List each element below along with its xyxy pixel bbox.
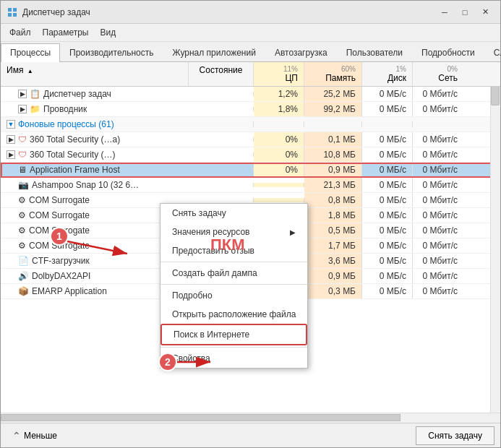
header-disk[interactable]: 1% Диск (362, 62, 413, 86)
close-button[interactable]: ✕ (476, 5, 494, 20)
table-row-application-frame-host[interactable]: 🖥 Application Frame Host 0% 0,9 МБ 0 МБ/… (1, 163, 500, 178)
tab-details[interactable]: Подробности (412, 43, 484, 61)
window-controls: ─ □ ✕ (435, 5, 494, 20)
ctx-search-internet[interactable]: Поиск в Интернете (160, 324, 307, 345)
tab-performance[interactable]: Производительность (60, 43, 163, 61)
h-scroll-track[interactable] (1, 414, 500, 423)
menu-bar: Файл Параметры Вид (1, 24, 500, 42)
tab-app-history[interactable]: Журнал приложений (163, 43, 265, 61)
vertical-scrollbar[interactable] (490, 62, 500, 413)
net-val: 0 Мбит/с (413, 87, 463, 101)
mem-val: 99,2 МБ (304, 102, 362, 116)
tab-processes[interactable]: Процессы (1, 43, 60, 62)
process-name: ▶ 📋 Диспетчер задач (1, 87, 189, 101)
header-name[interactable]: Имя ▲ (1, 62, 189, 86)
maximize-button[interactable]: □ (455, 5, 474, 20)
header-cpu[interactable]: 11% ЦП (254, 62, 304, 86)
menu-params[interactable]: Параметры (37, 25, 95, 40)
mem-val: 25,2 МБ (304, 87, 362, 101)
header-net[interactable]: 0% Сеть (413, 62, 463, 86)
table-row[interactable]: ▶ 🛡 360 Total Security (…) 0% 10,8 МБ 0 … (1, 147, 500, 163)
svg-rect-1 (13, 8, 17, 12)
title-bar: Диспетчер задач ─ □ ✕ (1, 1, 500, 24)
table-container: Имя ▲ Состояние 11% ЦП 60% Память 1% Дис… (1, 62, 500, 413)
tabs-bar: Процессы Производительность Журнал прило… (1, 42, 500, 62)
bottom-bar: ⌃ Меньше Снять задачу (1, 423, 500, 447)
annotation-pkm-label: ПКМ (210, 236, 245, 254)
h-scroll-thumb[interactable] (1, 414, 401, 421)
header-status[interactable]: Состояние (189, 62, 254, 86)
tab-users[interactable]: Пользователи (337, 43, 412, 61)
minimize-button[interactable]: ─ (435, 5, 454, 20)
table-row[interactable]: ▶ 📋 Диспетчер задач 1,2% 25,2 МБ 0 МБ/с … (1, 87, 500, 102)
svg-rect-3 (13, 13, 17, 17)
table-row[interactable]: ▶ 📁 Проводник 1,8% 99,2 МБ 0 МБ/с 0 Мбит… (1, 102, 500, 117)
process-name: ▶ 🛡 360 Total Security (…) (1, 147, 189, 162)
title-bar-text: Диспетчер задач (22, 7, 435, 17)
svg-rect-2 (8, 13, 12, 17)
context-menu: Снять задачу Значения ресурсов ▶ Предост… (160, 203, 308, 369)
horizontal-scrollbar[interactable] (1, 413, 500, 423)
menu-view[interactable]: Вид (94, 25, 121, 40)
ctx-separator (160, 284, 307, 285)
process-name: 📷 Ashampoo Snap 10 (32 6… (1, 178, 189, 192)
process-name-app-frame-host: 🖥 Application Frame Host (1, 163, 189, 177)
process-name: ▶ 📁 Проводник (1, 102, 189, 116)
task-manager-window: Диспетчер задач ─ □ ✕ Файл Параметры Вид… (0, 0, 501, 448)
table-row[interactable]: 📷 Ashampoo Snap 10 (32 6… 21,3 МБ 0 МБ/с… (1, 178, 500, 193)
cpu-val: 1,8% (254, 102, 304, 116)
net-val: 0 Мбит/с (413, 102, 463, 116)
title-bar-icon (7, 7, 18, 18)
annotation-1: 1 (50, 227, 69, 246)
ctx-create-dump[interactable]: Создать файл дампа (160, 264, 307, 283)
svg-rect-0 (8, 8, 12, 12)
table-header: Имя ▲ Состояние 11% ЦП 60% Память 1% Дис… (1, 62, 500, 87)
ctx-separator (160, 262, 307, 262)
section-header-row: ▼ Фоновые процессы (61) (1, 117, 500, 132)
ctx-remove-task[interactable]: Снять задачу (160, 204, 307, 223)
disk-val: 0 МБ/с (362, 87, 413, 101)
ctx-properties[interactable]: Свойства (160, 349, 307, 368)
process-name: ▶ 🛡 360 Total Security (…а) (1, 132, 189, 147)
menu-file[interactable]: Файл (4, 25, 37, 40)
disk-val: 0 МБ/с (362, 102, 413, 116)
cpu-val: 1,2% (254, 87, 304, 101)
header-mem[interactable]: 60% Память (304, 62, 362, 86)
table-row[interactable]: ▶ 🛡 360 Total Security (…а) 0% 0,1 МБ 0 … (1, 132, 500, 147)
annotation-2: 2 (158, 353, 177, 371)
tab-startup[interactable]: Автозагрузка (265, 43, 337, 61)
ctx-separator (160, 347, 307, 348)
less-button[interactable]: ⌃ Меньше (7, 427, 63, 444)
tab-services[interactable]: Службы (484, 43, 501, 61)
ctx-open-location[interactable]: Открыть расположение файла (160, 305, 307, 324)
ctx-details[interactable]: Подробно (160, 286, 307, 305)
end-task-button[interactable]: Снять задачу (416, 426, 494, 445)
